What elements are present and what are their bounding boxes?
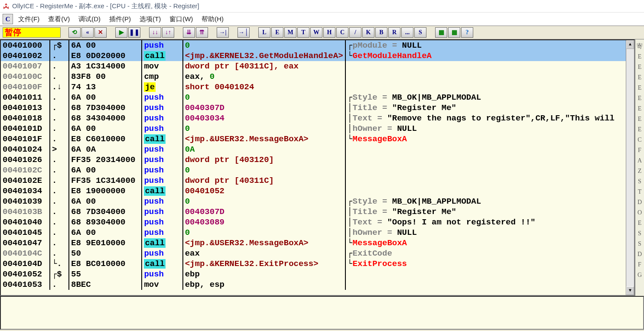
disasm-row[interactable]: 00401052┌$55pushebp [1, 269, 626, 279]
rewind-button[interactable]: « [81, 27, 94, 38]
restart-button[interactable]: ⟲ [68, 27, 81, 38]
window-l-button[interactable]: L [258, 27, 270, 38]
menu-window[interactable]: 窗口(W) [169, 14, 193, 24]
comment-cell: │Text = "Remove the nags to register",CR… [345, 113, 626, 123]
hex-cell: 68 7D304000 [69, 103, 142, 113]
operand-cell: eax [183, 248, 345, 259]
operand-cell: <jmp.&KERNEL32.GetModuleHandleA> [183, 51, 345, 61]
disasm-row[interactable]: 00401002.E8 0D020000call<jmp.&KERNEL32.G… [1, 51, 626, 61]
menu-plugins[interactable]: 插件(P) [109, 14, 131, 24]
window-t-button[interactable]: T [297, 27, 309, 38]
scroll-up-icon[interactable]: ▲ [626, 40, 634, 49]
disasm-row[interactable]: 00401047.E8 9E010000call<jmp.&USER32.Mes… [1, 238, 626, 248]
disasm-row[interactable]: 00401034.E8 19000000call00401052 [1, 186, 626, 196]
info-pane[interactable] [0, 296, 644, 330]
window-k-button[interactable]: K [362, 27, 374, 38]
disasm-row[interactable]: 0040101F.E8 C6010000call<jmp.&USER32.Mes… [1, 134, 626, 144]
disasm-row[interactable]: 00401053.8BECmovebp, esp [1, 279, 626, 290]
disasm-row[interactable]: 00401013.68 7D304000push0040307D│Title =… [1, 103, 626, 113]
disasm-row[interactable]: 00401045.6A 00push0│hOwner = NULL [1, 227, 626, 238]
disasm-row[interactable]: 0040100F.↓74 13jeshort 00401024 [1, 82, 626, 92]
address-cell: 00401002 [1, 51, 50, 61]
window-r-button[interactable]: R [388, 27, 400, 38]
register-hint: Z [638, 166, 642, 176]
vertical-scrollbar[interactable]: ▲ ▼ [626, 40, 634, 295]
disasm-row[interactable]: 00401024>6A 0Apush0A [1, 144, 626, 155]
trace-into-button[interactable]: ⇊ [183, 27, 195, 38]
disasm-row[interactable]: 00401007.A3 1C314000movdword ptr [40311C… [1, 61, 626, 71]
exec-till-return-button[interactable]: →| [217, 27, 229, 38]
hex-cell: 6A 00 [69, 92, 142, 103]
mark-cell: . [50, 155, 69, 165]
registers-strip[interactable]: 寄EEEEEEEECFAZSTDOESSDFG [635, 39, 644, 296]
hex-cell: 6A 00 [69, 196, 142, 207]
disasm-row[interactable]: 00401000┌$6A 00push0┌pModule = NULL [1, 40, 626, 51]
menu-help[interactable]: 帮助(H) [202, 14, 224, 24]
disasm-row[interactable]: 0040104D└.E8 BC010000call<jmp.&KERNEL32.… [1, 259, 626, 269]
operand-cell: dword ptr [403120] [183, 155, 345, 165]
scroll-down-icon[interactable]: ▼ [626, 286, 634, 295]
disasm-row[interactable]: 00401018.68 34304000push00403034│Text = … [1, 113, 626, 123]
window-b-button[interactable]: B [375, 27, 387, 38]
help-button[interactable]: ? [461, 27, 473, 38]
options1-button[interactable]: ▦ [435, 27, 447, 38]
operand-cell: 0 [183, 196, 345, 207]
window-m-button[interactable]: M [284, 27, 296, 38]
register-hint: C [637, 135, 641, 145]
step-over-button[interactable]: ↓↑ [162, 27, 174, 38]
step-into-button[interactable]: ↓↓ [149, 27, 161, 38]
menu-file[interactable]: 文件(F) [18, 14, 39, 24]
operand-cell: <jmp.&USER32.MessageBoxA> [183, 134, 345, 144]
menu-options[interactable]: 选项(T) [140, 14, 161, 24]
run-button[interactable]: ▶ [115, 27, 127, 38]
window-...-button[interactable]: ... [401, 27, 413, 38]
options2-button[interactable]: ▦ [448, 27, 460, 38]
window-/-button[interactable]: / [349, 27, 361, 38]
window-s-button[interactable]: S [414, 27, 426, 38]
mnemonic-cell: push [142, 113, 182, 123]
disassembly-table[interactable]: 00401000┌$6A 00push0┌pModule = NULL00401… [1, 40, 626, 290]
mnemonic-cell: mov [142, 61, 182, 71]
hex-cell: 68 7D304000 [69, 207, 142, 217]
window-c-button[interactable]: C [336, 27, 348, 38]
menu-view[interactable]: 查看(V) [48, 14, 70, 24]
operand-cell: 0 [183, 227, 345, 238]
mnemonic-cell: push [142, 40, 182, 51]
mnemonic-cell: push [142, 269, 182, 279]
disasm-row[interactable]: 0040103B.68 7D304000push0040307D│Title =… [1, 207, 626, 217]
window-e-button[interactable]: E [271, 27, 283, 38]
disasm-row[interactable]: 00401039.6A 00push0┌Style = MB_OK|MB_APP… [1, 196, 626, 207]
goto-button[interactable]: →│ [237, 27, 250, 38]
disasm-row[interactable]: 00401026.FF35 20314000pushdword ptr [403… [1, 155, 626, 165]
trace-over-button[interactable]: ⇈ [196, 27, 208, 38]
window-w-button[interactable]: W [310, 27, 322, 38]
register-hint: F [638, 260, 641, 270]
menu-debug[interactable]: 调试(D) [78, 14, 101, 24]
address-cell: 0040101D [1, 123, 50, 134]
mnemonic-cell: push [142, 175, 182, 186]
register-hint: E [638, 124, 642, 135]
cpu-disassembly-pane[interactable]: 00401000┌$6A 00push0┌pModule = NULL00401… [0, 39, 635, 296]
hex-cell: 83F8 00 [69, 71, 142, 82]
disasm-row[interactable]: 0040101D.6A 00push0│hOwner = NULL [1, 123, 626, 134]
disasm-row[interactable]: 0040102E.FF35 1C314000pushdword ptr [403… [1, 175, 626, 186]
mdi-control-icon[interactable]: C [3, 14, 13, 24]
register-hint: E [638, 72, 642, 83]
hex-cell: 68 34304000 [69, 113, 142, 123]
disasm-row[interactable]: 00401040.68 89304000push00403089│Text = … [1, 217, 626, 227]
register-hint: G [637, 270, 642, 280]
disasm-row[interactable]: 0040104C.50pusheax┌ExitCode [1, 248, 626, 259]
pause-button[interactable]: ❚❚ [128, 27, 140, 38]
hex-cell: FF35 1C314000 [69, 175, 142, 186]
disasm-row[interactable]: 0040102C.6A 00push0 [1, 165, 626, 175]
close-button[interactable]: ✕ [94, 27, 107, 38]
mnemonic-cell: push [142, 207, 182, 217]
window-h-button[interactable]: H [323, 27, 335, 38]
mark-cell: . [50, 113, 69, 123]
disasm-row[interactable]: 00401011.6A 00push0┌Style = MB_OK|MB_APP… [1, 92, 626, 103]
disasm-row[interactable]: 0040100C.83F8 00cmpeax, 0 [1, 71, 626, 82]
register-hint: O [637, 208, 642, 218]
operand-cell: 0040307D [183, 207, 345, 217]
register-hint: F [638, 145, 641, 156]
address-cell: 00401000 [1, 40, 50, 51]
